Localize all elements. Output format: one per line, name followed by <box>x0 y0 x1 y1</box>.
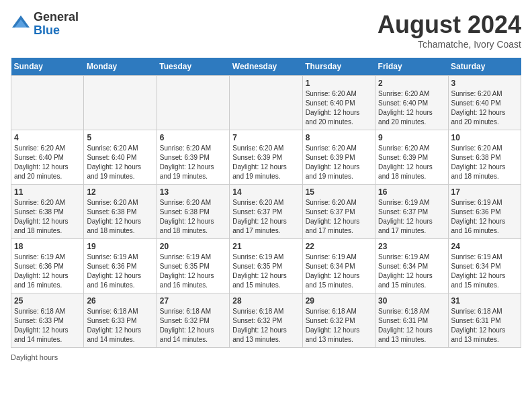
day-info: Sunrise: 6:18 AM Sunset: 6:33 PM Dayligh… <box>87 307 153 345</box>
calendar-cell: 19Sunrise: 6:19 AM Sunset: 6:36 PM Dayli… <box>84 239 157 293</box>
day-header-monday: Monday <box>84 58 157 76</box>
calendar-cell: 5Sunrise: 6:20 AM Sunset: 6:40 PM Daylig… <box>84 130 157 185</box>
day-number: 19 <box>87 242 153 251</box>
calendar-cell: 24Sunrise: 6:19 AM Sunset: 6:34 PM Dayli… <box>448 239 521 293</box>
day-number: 24 <box>451 242 518 251</box>
calendar-body: 1Sunrise: 6:20 AM Sunset: 6:40 PM Daylig… <box>11 76 521 348</box>
day-info: Sunrise: 6:19 AM Sunset: 6:35 PM Dayligh… <box>232 253 299 290</box>
calendar-cell: 12Sunrise: 6:20 AM Sunset: 6:38 PM Dayli… <box>84 185 157 239</box>
day-info: Sunrise: 6:20 AM Sunset: 6:40 PM Dayligh… <box>451 89 518 127</box>
calendar-cell <box>84 76 157 130</box>
day-number: 16 <box>378 187 445 197</box>
day-info: Sunrise: 6:20 AM Sunset: 6:40 PM Dayligh… <box>378 89 445 127</box>
logo-blue: Blue <box>34 24 79 38</box>
day-number: 22 <box>306 242 372 251</box>
day-number: 27 <box>160 296 226 306</box>
calendar-cell <box>230 76 302 130</box>
calendar-cell: 7Sunrise: 6:20 AM Sunset: 6:39 PM Daylig… <box>230 130 302 185</box>
day-number: 10 <box>451 133 518 142</box>
calendar-cell: 13Sunrise: 6:20 AM Sunset: 6:38 PM Dayli… <box>157 185 229 239</box>
day-info: Sunrise: 6:18 AM Sunset: 6:31 PM Dayligh… <box>451 307 518 345</box>
day-info: Sunrise: 6:18 AM Sunset: 6:32 PM Dayligh… <box>232 307 299 345</box>
calendar-week-4: 18Sunrise: 6:19 AM Sunset: 6:36 PM Dayli… <box>11 239 521 293</box>
day-info: Sunrise: 6:20 AM Sunset: 6:38 PM Dayligh… <box>160 198 226 236</box>
day-number: 1 <box>306 79 372 88</box>
day-info: Sunrise: 6:20 AM Sunset: 6:40 PM Dayligh… <box>87 144 153 181</box>
day-header-friday: Friday <box>375 58 448 76</box>
calendar-cell <box>157 76 229 130</box>
day-info: Sunrise: 6:18 AM Sunset: 6:32 PM Dayligh… <box>160 307 226 345</box>
day-number: 23 <box>378 242 445 251</box>
calendar-cell: 26Sunrise: 6:18 AM Sunset: 6:33 PM Dayli… <box>84 293 157 348</box>
day-number: 29 <box>306 296 372 306</box>
day-number: 14 <box>232 187 299 197</box>
calendar-cell: 28Sunrise: 6:18 AM Sunset: 6:32 PM Dayli… <box>230 293 302 348</box>
calendar-cell: 29Sunrise: 6:18 AM Sunset: 6:32 PM Dayli… <box>302 293 375 348</box>
logo: General Blue <box>11 11 79 38</box>
day-info: Sunrise: 6:20 AM Sunset: 6:40 PM Dayligh… <box>306 89 372 127</box>
calendar-cell: 14Sunrise: 6:20 AM Sunset: 6:37 PM Dayli… <box>230 185 302 239</box>
day-info: Sunrise: 6:20 AM Sunset: 6:38 PM Dayligh… <box>451 144 518 181</box>
calendar-cell <box>11 76 84 130</box>
calendar-cell: 18Sunrise: 6:19 AM Sunset: 6:36 PM Dayli… <box>11 239 84 293</box>
day-info: Sunrise: 6:20 AM Sunset: 6:40 PM Dayligh… <box>14 144 81 181</box>
calendar-cell: 3Sunrise: 6:20 AM Sunset: 6:40 PM Daylig… <box>448 76 521 130</box>
day-number: 13 <box>160 187 226 197</box>
day-info: Sunrise: 6:18 AM Sunset: 6:31 PM Dayligh… <box>378 307 445 345</box>
day-info: Sunrise: 6:20 AM Sunset: 6:39 PM Dayligh… <box>160 144 226 181</box>
calendar-cell: 15Sunrise: 6:20 AM Sunset: 6:37 PM Dayli… <box>302 185 375 239</box>
day-number: 26 <box>87 296 153 306</box>
day-number: 11 <box>14 187 81 197</box>
calendar-cell: 1Sunrise: 6:20 AM Sunset: 6:40 PM Daylig… <box>302 76 375 130</box>
day-number: 3 <box>451 79 518 88</box>
day-info: Sunrise: 6:19 AM Sunset: 6:34 PM Dayligh… <box>306 253 372 290</box>
day-number: 25 <box>14 296 81 306</box>
day-info: Sunrise: 6:20 AM Sunset: 6:38 PM Dayligh… <box>14 198 81 236</box>
day-number: 5 <box>87 133 153 142</box>
day-info: Sunrise: 6:19 AM Sunset: 6:36 PM Dayligh… <box>451 198 518 236</box>
day-info: Sunrise: 6:20 AM Sunset: 6:39 PM Dayligh… <box>306 144 372 181</box>
calendar-cell: 27Sunrise: 6:18 AM Sunset: 6:32 PM Dayli… <box>157 293 229 348</box>
logo-general: General <box>34 11 79 24</box>
calendar-week-3: 11Sunrise: 6:20 AM Sunset: 6:38 PM Dayli… <box>11 185 521 239</box>
calendar-cell: 30Sunrise: 6:18 AM Sunset: 6:31 PM Dayli… <box>375 293 448 348</box>
calendar-cell: 6Sunrise: 6:20 AM Sunset: 6:39 PM Daylig… <box>157 130 229 185</box>
title-block: August 2024 Tchamatche, Ivory Coast <box>378 11 521 50</box>
day-number: 20 <box>160 242 226 251</box>
day-number: 7 <box>232 133 299 142</box>
day-number: 30 <box>378 296 445 306</box>
day-number: 4 <box>14 133 81 142</box>
day-number: 28 <box>232 296 299 306</box>
calendar-week-1: 1Sunrise: 6:20 AM Sunset: 6:40 PM Daylig… <box>11 76 521 130</box>
day-info: Sunrise: 6:19 AM Sunset: 6:34 PM Dayligh… <box>451 253 518 290</box>
calendar-cell: 17Sunrise: 6:19 AM Sunset: 6:36 PM Dayli… <box>448 185 521 239</box>
day-number: 21 <box>232 242 299 251</box>
calendar-cell: 16Sunrise: 6:19 AM Sunset: 6:37 PM Dayli… <box>375 185 448 239</box>
day-header-wednesday: Wednesday <box>230 58 302 76</box>
day-info: Sunrise: 6:20 AM Sunset: 6:39 PM Dayligh… <box>232 144 299 181</box>
calendar-cell: 4Sunrise: 6:20 AM Sunset: 6:40 PM Daylig… <box>11 130 84 185</box>
day-number: 6 <box>160 133 226 142</box>
calendar-cell: 2Sunrise: 6:20 AM Sunset: 6:40 PM Daylig… <box>375 76 448 130</box>
header-row: SundayMondayTuesdayWednesdayThursdayFrid… <box>11 58 521 76</box>
calendar-cell: 9Sunrise: 6:20 AM Sunset: 6:39 PM Daylig… <box>375 130 448 185</box>
day-number: 2 <box>378 79 445 88</box>
calendar-cell: 20Sunrise: 6:19 AM Sunset: 6:35 PM Dayli… <box>157 239 229 293</box>
calendar-cell: 8Sunrise: 6:20 AM Sunset: 6:39 PM Daylig… <box>302 130 375 185</box>
logo-text: General Blue <box>34 11 79 38</box>
day-info: Sunrise: 6:18 AM Sunset: 6:33 PM Dayligh… <box>14 307 81 345</box>
calendar-table: SundayMondayTuesdayWednesdayThursdayFrid… <box>11 58 521 348</box>
day-number: 18 <box>14 242 81 251</box>
calendar-cell: 10Sunrise: 6:20 AM Sunset: 6:38 PM Dayli… <box>448 130 521 185</box>
day-info: Sunrise: 6:19 AM Sunset: 6:36 PM Dayligh… <box>14 253 81 290</box>
day-info: Sunrise: 6:19 AM Sunset: 6:37 PM Dayligh… <box>378 198 445 236</box>
day-info: Sunrise: 6:19 AM Sunset: 6:34 PM Dayligh… <box>378 253 445 290</box>
day-header-sunday: Sunday <box>11 58 84 76</box>
footer: Daylight hours <box>11 353 521 361</box>
day-info: Sunrise: 6:19 AM Sunset: 6:35 PM Dayligh… <box>160 253 226 290</box>
day-info: Sunrise: 6:19 AM Sunset: 6:36 PM Dayligh… <box>87 253 153 290</box>
day-info: Sunrise: 6:20 AM Sunset: 6:37 PM Dayligh… <box>232 198 299 236</box>
calendar-cell: 23Sunrise: 6:19 AM Sunset: 6:34 PM Dayli… <box>375 239 448 293</box>
day-number: 12 <box>87 187 153 197</box>
calendar-cell: 25Sunrise: 6:18 AM Sunset: 6:33 PM Dayli… <box>11 293 84 348</box>
